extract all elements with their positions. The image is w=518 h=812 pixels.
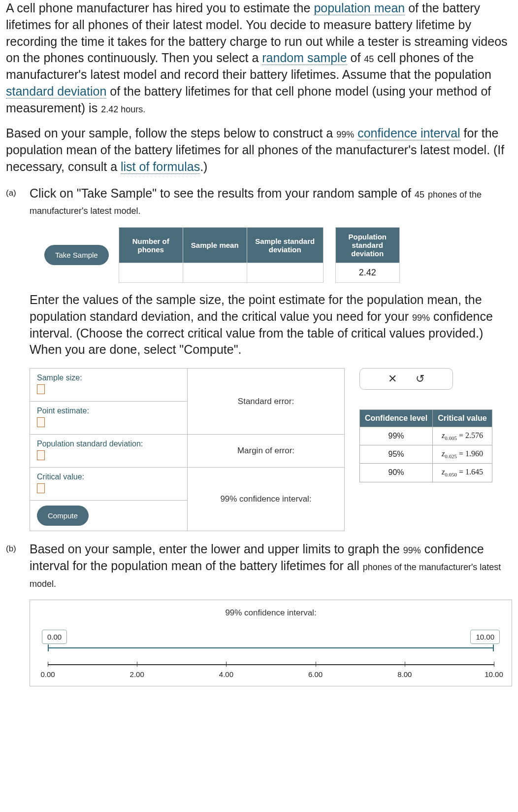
row-pop-sd: Population standard deviation: xyxy=(30,435,188,468)
text: of xyxy=(347,51,364,65)
crit-value-0: z0.005 = 2.576 xyxy=(433,427,492,445)
crit-sub-2: 0.050 xyxy=(445,472,457,478)
label-pop-sd: Population standard deviation: xyxy=(37,440,180,448)
take-sample-button[interactable]: Take Sample xyxy=(44,245,109,265)
text: A cell phone manufacturer has hired you … xyxy=(6,1,314,15)
close-icon[interactable]: ✕ xyxy=(388,372,397,385)
label-point-estimate: Point estimate: xyxy=(37,406,180,415)
tick-1: 2.00 xyxy=(130,670,144,678)
upper-limit-input[interactable]: 10.00 xyxy=(470,630,500,644)
crit-h1: Confidence level xyxy=(360,410,433,427)
crit-value-1: z0.025 = 1.960 xyxy=(433,445,492,464)
crit-val-1: 1.960 xyxy=(465,449,483,458)
part-b-text: Based on your sample, enter the lower an… xyxy=(30,541,512,591)
cell-sample-sd xyxy=(247,263,323,283)
pct: 99% xyxy=(412,313,430,323)
conf-pct: 99% xyxy=(336,130,354,139)
number-line-axis: 0.00 2.00 4.00 6.00 8.00 10.00 xyxy=(48,664,494,665)
cell-num-phones xyxy=(119,263,183,283)
input-sample-size[interactable] xyxy=(37,384,45,394)
row-critical-value: Critical value: xyxy=(30,468,188,501)
text: .) xyxy=(200,160,207,173)
input-critical-value[interactable] xyxy=(37,483,45,493)
reset-icon[interactable]: ↺ xyxy=(416,372,424,385)
interval-end-right xyxy=(493,644,494,651)
n: 45 xyxy=(415,190,424,200)
link-random-sample[interactable]: random sample xyxy=(262,51,347,65)
cell-pop-sd: 2.42 xyxy=(335,263,399,283)
tick-3: 6.00 xyxy=(308,670,323,678)
problem-intro-2: Based on your sample, follow the steps b… xyxy=(6,125,512,175)
interval-bar xyxy=(48,647,494,648)
compute-table: Sample size: Standard error: Point estim… xyxy=(30,368,345,531)
link-critical-value[interactable]: critical value xyxy=(242,309,310,323)
tick-4: 8.00 xyxy=(397,670,412,678)
part-b: (b) Based on your sample, enter the lowe… xyxy=(6,541,512,686)
col-num-phones: Number of phones xyxy=(119,228,183,263)
tick-5: 10.00 xyxy=(485,670,503,678)
crit-level-0: 99% xyxy=(360,427,433,445)
crit-value-2: z0.050 = 1.645 xyxy=(433,464,492,482)
row-sample-size: Sample size: xyxy=(30,369,188,402)
text: Based on your sample, enter the lower an… xyxy=(30,542,403,556)
link-population-mean[interactable]: population mean xyxy=(314,1,405,15)
control-box: ✕ ↺ xyxy=(359,368,453,390)
col-pop-sd: Population standard deviation xyxy=(335,228,399,263)
out-standard-error: Standard error: xyxy=(188,369,345,435)
tick-2: 4.00 xyxy=(219,670,233,678)
pct: 99% xyxy=(403,545,421,555)
crit-sub-1: 0.025 xyxy=(445,453,457,459)
critical-value-table: Confidence level Critical value 99% z0.0… xyxy=(359,409,492,482)
out-margin-error: Margin of error: xyxy=(188,435,345,468)
part-b-label: (b) xyxy=(6,541,23,686)
input-point-estimate[interactable] xyxy=(37,417,45,427)
sample-table: Number of phones Sample mean Sample stan… xyxy=(119,227,324,283)
interval-end-left xyxy=(48,644,49,651)
compute-button[interactable]: Compute xyxy=(37,506,89,526)
link-point-estimate[interactable]: point estimate xyxy=(249,293,325,306)
text: Based on your sample, follow the steps b… xyxy=(6,126,336,140)
input-pop-sd[interactable] xyxy=(37,450,45,460)
sigma-value: 2.42 xyxy=(101,104,118,114)
sample-n: 45 xyxy=(364,54,374,64)
link-confidence-interval[interactable]: confidence interval xyxy=(357,126,460,140)
label-sample-size: Sample size: xyxy=(37,373,180,382)
crit-h2: Critical value xyxy=(433,410,492,427)
part-a-text-2: Enter the values of the sample size, the… xyxy=(30,292,512,358)
lower-limit-input[interactable]: 0.00 xyxy=(42,630,67,644)
crit-level-2: 90% xyxy=(360,464,433,482)
problem-intro: A cell phone manufacturer has hired you … xyxy=(6,0,512,116)
row-compute: Compute xyxy=(30,501,188,531)
link-standard-deviation[interactable]: standard deviation xyxy=(6,84,106,99)
col-sample-sd: Sample standard deviation xyxy=(247,228,323,263)
tick-0: 0.00 xyxy=(40,670,55,678)
label-critical-value: Critical value: xyxy=(37,473,180,481)
pop-sd-table: Population standard deviation 2.42 xyxy=(335,227,400,283)
row-point-estimate: Point estimate: xyxy=(30,402,188,435)
sigma-unit: hours. xyxy=(118,104,145,114)
col-sample-mean: Sample mean xyxy=(183,228,247,263)
crit-val-0: 2.576 xyxy=(465,431,483,440)
number-line-panel: 99% confidence interval: 0.00 10.00 0.00… xyxy=(30,600,512,686)
nl-title: 99% confidence interval: xyxy=(38,608,504,618)
text: Enter the values of the sample size, the xyxy=(30,293,249,306)
part-a: (a) Click on "Take Sample" to see the re… xyxy=(6,185,512,532)
text: Click on "Take Sample" to see the result… xyxy=(30,186,415,200)
link-list-of-formulas[interactable]: list of formulas xyxy=(121,160,200,174)
cell-sample-mean xyxy=(183,263,247,283)
crit-val-2: 1.645 xyxy=(465,468,483,476)
crit-sub-0: 0.005 xyxy=(445,435,457,441)
text: you need for your xyxy=(309,309,412,323)
out-confidence-interval: 99% confidence interval: xyxy=(188,468,345,531)
part-a-label: (a) xyxy=(6,185,23,532)
part-a-text: Click on "Take Sample" to see the result… xyxy=(30,185,512,219)
crit-level-1: 95% xyxy=(360,445,433,464)
